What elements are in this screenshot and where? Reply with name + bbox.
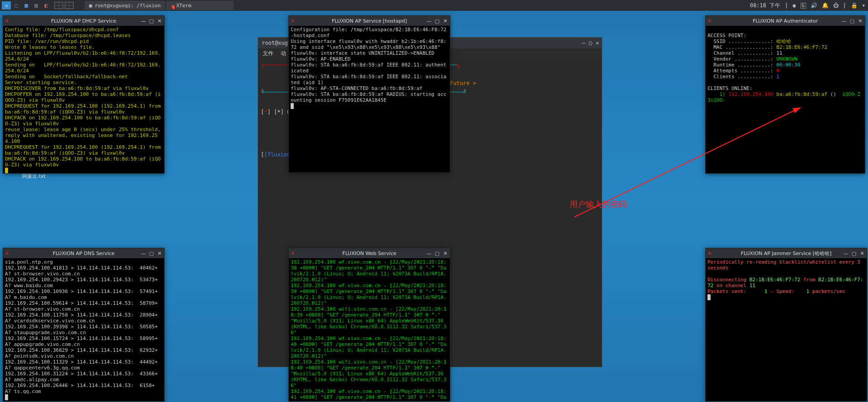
window-title: FLUXION Web Service — [342, 251, 396, 256]
minimize-icon[interactable]: — — [841, 18, 847, 24]
window-title: FLUXION AP DHCP Service — [51, 18, 116, 24]
dns-titlebar[interactable]: ✕ FLUXION AP DNS Service —▢✕ — [3, 248, 164, 258]
task-label: root@xuguoqi: /fluxion — [95, 3, 161, 9]
minimize-icon[interactable]: — — [141, 251, 146, 256]
window-title: FLUXION AP Service [hostapd] — [332, 18, 407, 24]
web-output[interactable]: 192.169.254.100 wf.vivo.com.cn - [22/May… — [289, 258, 450, 401]
jammer-output[interactable]: Periodically re-reading blacklist/whitel… — [706, 258, 867, 401]
xterm-icon: ✕ — [5, 18, 9, 24]
dns-output[interactable]: sia.pool.ntp.org 192.169.254.100.41813 >… — [3, 258, 164, 401]
web-window: ✕ FLUXION Web Service —▢✕ 192.169.254.10… — [288, 248, 450, 402]
dhcp-output[interactable]: Config file: /tmp/fluxspace/dhcpd.conf D… — [3, 26, 164, 173]
close-icon[interactable]: ✕ — [443, 251, 448, 256]
divider: | — [843, 2, 846, 9]
minimize-icon[interactable]: — — [843, 251, 849, 256]
app-icon-1[interactable]: ▤ — [32, 1, 41, 9]
app-icon-2[interactable]: ◧ — [42, 1, 51, 9]
prompt-label: [fluxion — [264, 151, 290, 158]
window-title: FLUXION AP Jammer Service [哈哈哈] — [741, 250, 832, 257]
input-method-icon[interactable]: G — [801, 3, 806, 9]
xterm-icon: ✕ — [708, 18, 712, 24]
xterm-icon: ✕ — [291, 251, 295, 256]
hostapd-output[interactable]: Configuration file: /tmp/fluxspace/B2:1B… — [289, 26, 450, 172]
hostapd-window: ✕ FLUXION AP Service [hostapd] —▢✕ Confi… — [288, 15, 450, 173]
auth-output[interactable]: ACCESS POINT: SSID ..............: 哈哈哈 M… — [706, 26, 865, 173]
file-label: 阿里云.txt — [22, 173, 46, 180]
close-icon[interactable]: ✕ — [858, 18, 863, 24]
clock[interactable]: 08:18 下午 — [750, 2, 780, 9]
power-icon[interactable]: ⏻ — [833, 2, 839, 9]
annotation-label: 用户输入的密码 — [570, 199, 627, 210]
badge: 6 — [171, 5, 175, 9]
xterm-icon: ✕ — [5, 251, 9, 256]
workspace-switcher[interactable] — [54, 2, 74, 9]
task-label: XTerm — [176, 3, 191, 9]
notification-icon[interactable]: 🔔 — [822, 2, 829, 9]
close-icon[interactable]: ✕ — [157, 251, 162, 256]
hostapd-titlebar[interactable]: ✕ FLUXION AP Service [hostapd] —▢✕ — [289, 16, 450, 26]
terminal-icon[interactable]: ▢ — [12, 1, 21, 9]
close-icon[interactable]: ✕ — [157, 18, 162, 24]
maximize-icon[interactable]: ▢ — [851, 251, 857, 256]
menu-file[interactable]: 文件 — [263, 50, 274, 57]
close-icon[interactable]: ✕ — [859, 251, 865, 256]
maximize-icon[interactable]: ▢ — [849, 18, 855, 24]
maximize-icon[interactable]: ▢ — [589, 40, 592, 46]
minimize-icon[interactable]: — — [582, 40, 585, 46]
close-icon[interactable]: ✕ — [443, 18, 448, 24]
top-taskbar: ⟐ ▢ ▦ ▤ ◧ ▣ root@xuguoqi: /fluxion ✕6 XT… — [0, 0, 868, 11]
task-button-terminal[interactable]: ▣ root@xuguoqi: /fluxion — [85, 1, 165, 10]
lock-icon[interactable]: 🔒 — [851, 2, 858, 9]
minimize-icon[interactable]: — — [426, 18, 432, 24]
dns-window: ✕ FLUXION AP DNS Service —▢✕ sia.pool.nt… — [3, 248, 165, 402]
auth-window: ✕ FLUXION AP Authenticator —▢✕ ACCESS PO… — [705, 15, 865, 174]
xterm-icon: ✕ — [708, 251, 712, 256]
task-button-xterm[interactable]: ✕6 XTerm — [166, 1, 234, 10]
minimize-icon[interactable]: — — [141, 18, 146, 24]
chevron-down-icon[interactable]: ▾ — [862, 2, 865, 9]
kali-menu-icon[interactable]: ⟐ — [2, 1, 11, 9]
dhcp-window: ✕ FLUXION AP DHCP Service —▢✕ Config fil… — [3, 15, 165, 174]
menu-action[interactable]: 动 — [281, 50, 286, 57]
dhcp-titlebar[interactable]: ✕ FLUXION AP DHCP Service —▢✕ — [3, 16, 164, 26]
auth-titlebar[interactable]: ✕ FLUXION AP Authenticator —▢✕ — [706, 16, 865, 26]
maximize-icon[interactable]: ▢ — [434, 18, 440, 24]
window-title: FLUXION AP Authenticator — [753, 18, 818, 24]
maximize-icon[interactable]: ▢ — [149, 251, 154, 256]
maximize-icon[interactable]: ▢ — [434, 251, 440, 256]
xterm-icon: ✕ — [291, 18, 295, 24]
recorder-icon[interactable]: ◉ — [793, 2, 796, 9]
web-titlebar[interactable]: ✕ FLUXION Web Service —▢✕ — [289, 248, 450, 258]
terminal-task-icon: ▣ — [89, 3, 92, 9]
files-icon[interactable]: ▦ — [22, 1, 31, 9]
close-icon[interactable]: ✕ — [596, 40, 599, 46]
jammer-window: ✕ FLUXION AP Jammer Service [哈哈哈] —▢✕ Pe… — [705, 248, 867, 402]
window-title: FLUXION AP DNS Service — [53, 251, 115, 256]
volume-icon[interactable]: 🔊 — [811, 2, 817, 9]
minimize-icon[interactable]: — — [426, 251, 432, 256]
divider: | — [785, 2, 788, 9]
maximize-icon[interactable]: ▢ — [149, 18, 154, 24]
jammer-titlebar[interactable]: ✕ FLUXION AP Jammer Service [哈哈哈] —▢✕ — [706, 248, 867, 258]
